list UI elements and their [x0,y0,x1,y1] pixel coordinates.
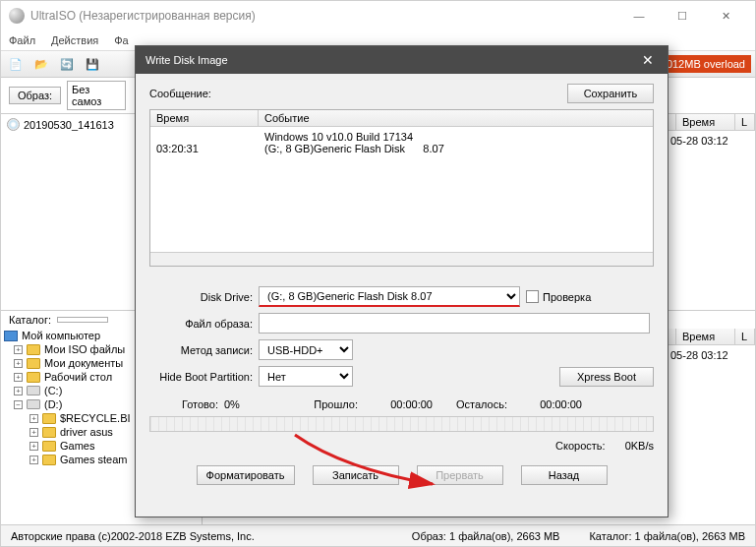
image-file-label: Файл образа: [149,318,253,330]
status-image: Образ: 1 файла(ов), 2663 MB [412,530,560,542]
write-disk-dialog: Write Disk Image ✕ Сообщение: Сохранить … [135,45,669,517]
expander-icon[interactable]: + [29,442,38,451]
message-label: Сообщение: [149,88,211,99]
left-value: 00:00:00 [513,398,582,410]
image-combo[interactable]: Без самоз [67,81,126,110]
dialog-close-icon[interactable]: ✕ [638,52,658,68]
format-button[interactable]: Форматировать [197,465,295,485]
catalog-label: Каталог: [9,314,51,326]
hide-boot-select[interactable]: Нет [259,366,353,387]
new-icon[interactable]: 📄 [5,53,27,75]
log-time: 03:20:31 [156,143,199,154]
refresh-icon[interactable]: 🔄 [56,53,78,75]
save-button[interactable]: Сохранить [567,84,654,103]
disk-drive-label: Disk Drive: [149,291,253,303]
write-button[interactable]: Записать [313,465,399,485]
write-method-select[interactable]: USB-HDD+ [259,339,353,360]
folder-icon [27,372,40,383]
log-line-2: (G:, 8 GB)Generic Flash Disk 8.07 [264,143,444,154]
log-scrollbar[interactable] [150,252,653,266]
folder-icon [42,427,56,438]
drive-icon [27,386,40,395]
log-col-event[interactable]: Событие [259,110,653,126]
col-time[interactable]: Время [676,114,735,130]
image-label: Образ: [9,87,61,104]
status-catalog: Каталог: 1 файла(ов), 2663 MB [589,530,745,542]
expander-icon[interactable]: + [14,373,23,382]
menu-file[interactable]: Файл [9,34,35,46]
menu-actions[interactable]: Действия [51,34,98,46]
tree-root[interactable]: Мой компьютер [22,330,100,341]
dialog-titlebar[interactable]: Write Disk Image ✕ [136,46,668,74]
folder-icon [42,413,56,424]
tree-d[interactable]: (D:) [44,398,62,410]
dialog-title: Write Disk Image [145,54,228,66]
progress-bar [149,416,654,432]
verify-checkbox[interactable]: Проверка [526,290,591,303]
expander-icon[interactable]: + [29,428,38,437]
col-l-2[interactable]: L [735,329,755,344]
tree-desk[interactable]: Рабочий стол [44,371,112,383]
ready-value: 0% [224,398,293,410]
expander-icon[interactable]: + [29,414,38,423]
maximize-button[interactable]: ☐ [661,1,704,30]
menu-trunc[interactable]: Фа [114,34,128,46]
date-cell-2: 05-28 03:12 [670,349,749,361]
elapsed-label: Прошло: [299,398,358,410]
folder-icon [27,344,40,355]
elapsed-value: 00:00:00 [364,398,433,410]
tree-recycle[interactable]: $RECYCLE.BI [60,412,131,424]
save-icon[interactable]: 💾 [82,53,103,75]
speed-label: Скорость: [555,440,606,452]
titlebar: UltraISO (Незарегистрированная версия) —… [1,1,755,30]
catalog-input[interactable] [57,317,108,323]
log-line-1: Windows 10 v10.0 Build 17134 [264,131,444,143]
xpress-boot-button[interactable]: Xpress Boot [559,367,654,387]
folder-icon [27,358,40,369]
write-method-label: Метод записи: [149,344,253,356]
checkbox-icon [526,290,539,303]
app-icon [9,8,25,24]
speed-value: 0KB/s [625,440,654,452]
col-time-2[interactable]: Время [676,329,735,344]
tree-iso[interactable]: Мои ISO файлы [44,343,125,355]
drive-icon [27,399,40,409]
minimize-button[interactable]: — [617,1,661,30]
computer-icon [4,331,18,341]
folder-icon [42,441,56,452]
overload-badge: 2012MB overload [655,55,751,73]
back-button[interactable]: Назад [521,465,608,485]
col-l[interactable]: L [735,114,755,130]
folder-icon [42,455,56,465]
disk-drive-select[interactable]: (G:, 8 GB)Generic Flash Disk 8.07 [259,286,520,307]
log-box: Время Событие 03:20:31 Windows 10 v10.0 … [149,109,654,267]
open-icon[interactable]: 📂 [30,53,52,75]
expander-icon[interactable]: − [14,400,23,409]
image-file-input[interactable] [259,313,650,334]
ready-label: Готово: [149,398,218,410]
window-title: UltraISO (Незарегистрированная версия) [30,9,617,23]
log-col-time[interactable]: Время [150,110,259,126]
expander-icon[interactable]: + [14,387,23,395]
tree-docs[interactable]: Мои документы [44,357,123,369]
tree-steam[interactable]: Games steam [60,454,127,465]
abort-button[interactable]: Прервать [417,465,503,485]
left-label: Осталось: [438,398,507,410]
iso-file-item[interactable]: 20190530_141613 [24,119,114,131]
cd-icon [7,118,20,131]
expander-icon[interactable]: + [29,456,38,464]
tree-driver[interactable]: driver asus [60,426,113,438]
date-cell: 05-28 03:12 [670,135,749,147]
tree-games[interactable]: Games [60,440,94,452]
expander-icon[interactable]: + [14,359,23,368]
hide-boot-label: Hide Boot Partition: [149,371,253,383]
close-button[interactable]: ✕ [704,1,747,30]
expander-icon[interactable]: + [14,345,23,354]
status-copyright: Авторские права (c)2002-2018 EZB Systems… [11,530,255,542]
tree-c[interactable]: (C:) [44,385,62,396]
statusbar: Авторские права (c)2002-2018 EZB Systems… [1,524,755,546]
